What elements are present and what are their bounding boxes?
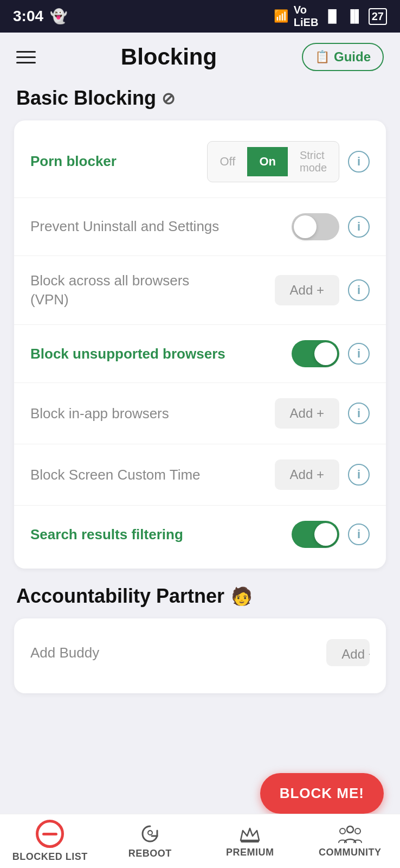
search-filtering-info[interactable]: i bbox=[348, 524, 370, 545]
accountability-card: Add Buddy Add + bbox=[14, 618, 386, 693]
block-browsers-vpn-row: Block across all browsers (VPN) Add + i bbox=[14, 256, 386, 325]
wifi-icon: 📶 bbox=[274, 9, 288, 23]
community-icon bbox=[338, 824, 362, 844]
block-screen-time-row: Block Screen Custom Time Add + i bbox=[14, 444, 386, 506]
accountability-title-text: Accountability Partner bbox=[16, 585, 224, 608]
toggle-knob-3 bbox=[314, 523, 337, 546]
porn-blocker-label: Porn blocker bbox=[30, 152, 117, 171]
block-inapp-controls: Add + i bbox=[275, 398, 370, 429]
basic-blocking-card: Porn blocker Off On Strictmode i Prevent… bbox=[14, 120, 386, 569]
block-unsupported-toggle[interactable] bbox=[292, 340, 339, 367]
guide-label: Guide bbox=[334, 49, 371, 65]
person-icon: 🧑 bbox=[231, 586, 253, 607]
basic-blocking-text: Basic Blocking bbox=[16, 87, 156, 110]
menu-button[interactable] bbox=[16, 51, 36, 63]
status-bar: 3:04 👻 📶 VoLiEB ▐▌ ▐▌ 27 bbox=[0, 0, 400, 33]
toggle-strict-option[interactable]: Strictmode bbox=[288, 142, 339, 182]
signal-bars-icon: ▐▌ bbox=[324, 9, 340, 23]
prevent-uninstall-row: Prevent Uninstall and Settings i bbox=[14, 198, 386, 256]
block-browsers-vpn-add[interactable]: Add + bbox=[275, 275, 339, 305]
no-entry-icon bbox=[36, 820, 64, 848]
status-left: 3:04 👻 bbox=[13, 8, 67, 25]
nav-community[interactable]: COMMUNITY bbox=[300, 824, 401, 858]
block-browsers-vpn-controls: Add + i bbox=[275, 275, 370, 305]
porn-blocker-toggle[interactable]: Off On Strictmode bbox=[207, 141, 339, 182]
search-filtering-label: Search results filtering bbox=[30, 525, 183, 544]
search-filtering-controls: i bbox=[292, 521, 370, 548]
svg-rect-1 bbox=[241, 840, 259, 843]
block-screen-time-add[interactable]: Add + bbox=[275, 459, 339, 490]
nav-community-label: COMMUNITY bbox=[319, 847, 382, 858]
search-filtering-toggle[interactable] bbox=[292, 521, 339, 548]
porn-blocker-info[interactable]: i bbox=[348, 151, 370, 173]
block-screen-time-info[interactable]: i bbox=[348, 464, 370, 486]
block-browsers-vpn-label: Block across all browsers (VPN) bbox=[30, 271, 225, 309]
header: Blocking 📋 Guide bbox=[0, 33, 400, 81]
reboot-icon bbox=[139, 823, 161, 845]
signal-bars2-icon: ▐▌ bbox=[346, 9, 363, 23]
porn-blocker-row: Porn blocker Off On Strictmode i bbox=[14, 126, 386, 198]
toggle-knob bbox=[294, 215, 317, 238]
battery-icon: 27 bbox=[369, 8, 387, 25]
nav-premium-label: PREMIUM bbox=[226, 847, 274, 858]
block-unsupported-info[interactable]: i bbox=[348, 343, 370, 365]
toggle-off-option[interactable]: Off bbox=[208, 147, 247, 176]
prevent-uninstall-controls: i bbox=[292, 213, 370, 240]
add-buddy-button-partial[interactable]: Add + bbox=[326, 639, 370, 666]
block-inapp-label: Block in-app browsers bbox=[30, 404, 169, 423]
snapchat-icon: 👻 bbox=[50, 8, 67, 25]
block-inapp-row: Block in-app browsers Add + i bbox=[14, 383, 386, 444]
block-unsupported-label: Block unsupported browsers bbox=[30, 344, 225, 363]
signal-text: VoLiEB bbox=[294, 4, 319, 29]
svg-point-4 bbox=[355, 828, 360, 834]
block-unsupported-row: Block unsupported browsers i bbox=[14, 325, 386, 383]
prevent-uninstall-info[interactable]: i bbox=[348, 216, 370, 238]
block-screen-time-controls: Add + i bbox=[275, 459, 370, 490]
block-inapp-add[interactable]: Add + bbox=[275, 398, 339, 429]
nav-premium[interactable]: PREMIUM bbox=[200, 824, 300, 858]
block-inapp-info[interactable]: i bbox=[348, 403, 370, 424]
prevent-uninstall-toggle[interactable] bbox=[292, 213, 339, 240]
porn-blocker-controls: Off On Strictmode i bbox=[207, 141, 370, 182]
guide-button[interactable]: 📋 Guide bbox=[302, 43, 384, 71]
add-buddy-add[interactable]: Add + bbox=[326, 639, 370, 666]
page-title: Blocking bbox=[121, 44, 217, 70]
search-filtering-row: Search results filtering i bbox=[14, 506, 386, 563]
svg-point-3 bbox=[340, 828, 345, 834]
nav-blocked-list[interactable]: BLOCKED LIST bbox=[0, 820, 100, 863]
status-time: 3:04 bbox=[13, 8, 43, 25]
crown-icon bbox=[238, 824, 261, 844]
block-screen-time-label: Block Screen Custom Time bbox=[30, 465, 201, 484]
nav-reboot[interactable]: REBOOT bbox=[100, 823, 201, 859]
block-browsers-vpn-info[interactable]: i bbox=[348, 279, 370, 301]
bottom-nav: BLOCKED LIST REBOOT PREMIUM CO bbox=[0, 814, 400, 868]
prevent-uninstall-label: Prevent Uninstall and Settings bbox=[30, 217, 219, 236]
block-me-button[interactable]: BLOCK ME! bbox=[260, 773, 384, 814]
toggle-knob-2 bbox=[314, 342, 337, 365]
main-content: Basic Blocking ⊘ Porn blocker Off On Str… bbox=[0, 81, 400, 720]
accountability-title: Accountability Partner 🧑 bbox=[14, 585, 386, 608]
nav-reboot-label: REBOOT bbox=[128, 848, 172, 859]
add-buddy-label: Add Buddy bbox=[30, 644, 99, 661]
add-buddy-row: Add Buddy Add + bbox=[14, 624, 386, 666]
toggle-on-option[interactable]: On bbox=[247, 147, 288, 176]
block-unsupported-controls: i bbox=[292, 340, 370, 367]
nav-blocked-list-label: BLOCKED LIST bbox=[12, 851, 88, 863]
guide-icon: 📋 bbox=[315, 50, 330, 64]
basic-blocking-title: Basic Blocking ⊘ bbox=[14, 87, 386, 110]
blocking-icon: ⊘ bbox=[162, 89, 175, 108]
status-right: 📶 VoLiEB ▐▌ ▐▌ 27 bbox=[274, 4, 387, 29]
svg-point-2 bbox=[347, 826, 353, 833]
